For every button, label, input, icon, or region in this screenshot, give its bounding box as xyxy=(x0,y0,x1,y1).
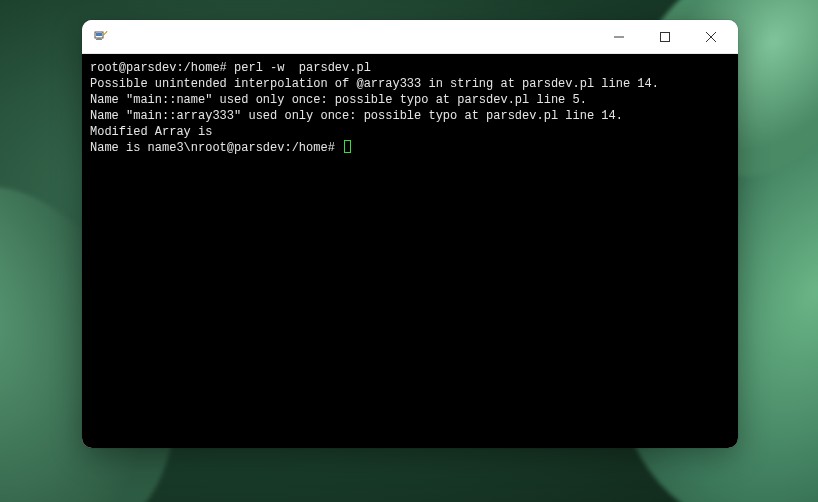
svg-rect-1 xyxy=(96,33,102,36)
svg-rect-5 xyxy=(661,32,670,41)
svg-rect-3 xyxy=(96,39,102,40)
terminal-body[interactable]: root@parsdev:/home# perl -w parsdev.plPo… xyxy=(82,54,738,448)
minimize-button[interactable] xyxy=(596,20,642,54)
titlebar[interactable] xyxy=(82,20,738,54)
cursor xyxy=(344,140,351,153)
terminal-line: Name "main::name" used only once: possib… xyxy=(90,92,730,108)
prompt: root@parsdev:/home# xyxy=(90,61,234,75)
maximize-button[interactable] xyxy=(642,20,688,54)
close-button[interactable] xyxy=(688,20,734,54)
terminal-line: Name "main::array333" used only once: po… xyxy=(90,108,730,124)
terminal-line: Possible unintended interpolation of @ar… xyxy=(90,76,730,92)
terminal-line: Modified Array is xyxy=(90,124,730,140)
terminal-line: root@parsdev:/home# perl -w parsdev.pl xyxy=(90,60,730,76)
terminal-window: root@parsdev:/home# perl -w parsdev.plPo… xyxy=(82,20,738,448)
window-controls xyxy=(596,20,734,54)
putty-icon xyxy=(92,28,110,46)
command: perl -w parsdev.pl xyxy=(234,61,371,75)
terminal-line: Name is name3\nroot@parsdev:/home# xyxy=(90,140,730,156)
output-text: Name is name3\nroot@parsdev:/home# xyxy=(90,141,342,155)
svg-rect-2 xyxy=(97,38,101,39)
